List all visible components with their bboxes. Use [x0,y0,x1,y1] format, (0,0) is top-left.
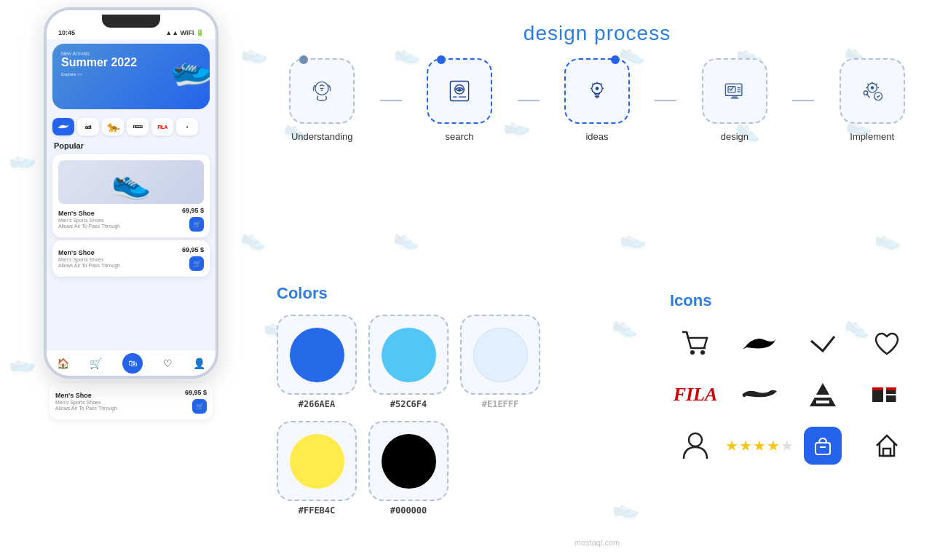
product-card-2-name-price: Men's Shoe Men's Sports Shoes Allows Air… [58,249,120,268]
svg-point-32 [700,350,705,355]
brand-nike[interactable] [52,118,74,135]
connector-4-5 [792,100,814,101]
step-understanding-label: Understanding [291,131,353,142]
color-swatch-lightblue: #52C6F4 [368,315,449,409]
nav-cart-icon[interactable]: 🛒 [90,358,102,369]
svg-point-31 [690,350,695,355]
nav-bag-icon[interactable]: 🛍 [122,353,143,374]
phone-status-bar: 10:45 ▲▲ WiFi 🔋 [47,28,216,38]
fila-logo-icon-cell: FILA [670,373,721,417]
nav-heart-icon[interactable]: ♡ [163,358,173,369]
phone-time: 10:45 [58,29,75,36]
brand-puma[interactable]: 🐆 [102,118,124,135]
connector-3-4 [655,100,676,101]
brand-fila[interactable]: FILA [151,118,173,135]
product-card-1-price-cart: 69,95 $ 🛒 [182,207,204,232]
brand-reebok[interactable]: REEB [127,118,149,135]
color-label-lightblue: #52C6F4 [390,399,427,409]
step-design: design [702,58,767,142]
svg-point-13 [596,87,599,90]
svg-line-25 [876,84,877,84]
product-card-1-desc2: Allows Air To Pass Through [58,224,120,229]
colors-grid: #266AEA #52C6F4 #E1EFFF [277,315,582,516]
shop-bag-icon [804,427,842,465]
adidas-logo-icon-cell [797,373,848,417]
step-search-dot [437,55,446,64]
svg-point-42 [689,433,702,446]
icons-grid-container: FILA [670,322,917,468]
color-circle-paleblue [473,328,528,382]
connector-2-3 [518,100,540,101]
icons-section-title: Icons [670,291,917,310]
step-understanding-box [289,58,355,124]
add-to-cart-3[interactable]: 🛒 [192,399,207,414]
step-ideas-dot [611,55,620,64]
svg-point-33 [742,393,746,397]
nav-home-icon[interactable]: 🏠 [57,358,69,369]
product-card-2-desc1: Men's Sports Shoes [58,257,120,262]
product-card-3-price: 69,95 $ [185,389,207,396]
svg-rect-43 [816,443,830,454]
step-design-label: design [721,131,749,142]
product-card-1-name: Men's Shoe [58,210,120,217]
brand-filter-row: adi 🐆 REEB FILA › [47,114,216,140]
cart-icon-cell [670,322,721,366]
product-card-3-desc1: Men's Sports Shoes [55,400,117,405]
product-card-1-desc1: Men's Sports Shoes [58,218,120,223]
phone-bottom-nav: 🏠 🛒 🛍 ♡ 👤 [47,350,216,376]
product-card-2-name: Men's Shoe [58,249,120,256]
colors-section: Colors #266AEA #52C6F4 #E [277,284,582,516]
svg-rect-45 [883,449,890,456]
color-swatch-paleblue: #E1EFFF [460,315,540,409]
process-steps-container: Understanding search [277,58,917,142]
brand-adidas[interactable]: adi [77,118,99,135]
nav-profile-icon[interactable]: 👤 [193,358,205,369]
phone-signals: ▲▲ WiFi 🔋 [165,29,204,36]
color-swatch-blue-box [277,315,357,395]
step-ideas: ideas [564,58,630,142]
product-card-2-price: 69,95 $ [182,246,204,253]
color-swatch-black-box [368,421,449,501]
phone-frame: 10:45 ▲▲ WiFi 🔋 New Arrivals Summer 2022… [44,7,218,379]
svg-line-9 [592,84,593,84]
nike-logo-icon-cell [734,322,785,366]
color-circle-lightblue [382,328,436,382]
step-implement-box [840,58,905,124]
brand-more[interactable]: › [176,118,198,135]
add-to-cart-2[interactable]: 🛒 [189,256,204,271]
add-to-cart-1[interactable]: 🛒 [189,217,204,232]
puma-logo-icon-cell [734,373,785,417]
svg-line-24 [867,84,868,84]
color-label-paleblue: #E1EFFF [482,399,519,409]
color-circle-yellow [290,434,344,489]
color-label-black: #000000 [390,505,427,516]
product-card-3: Men's Shoe Men's Sports Shoes Allows Air… [50,383,213,419]
product-card-2-desc2: Allows Air To Pass Through [58,263,120,268]
color-swatch-lightblue-box [368,315,449,395]
svg-point-28 [870,86,874,90]
product-card-3-info-row: Men's Shoe Men's Sports Shoes Allows Air… [55,389,207,414]
color-circle-black [382,434,436,489]
svg-point-30 [864,91,867,95]
product-card-1-price: 69,95 $ [182,207,204,214]
svg-line-10 [601,84,601,84]
reebok-logo-icon-cell [861,373,912,417]
phone-hero-banner: New Arrivals Summer 2022 Explore >> 👟 [52,44,210,109]
product-card-3-desc2: Allows Air To Pass Through [55,406,117,411]
step-implement: Implement [840,58,905,142]
design-process-title: design process [262,22,932,45]
right-content-section: design process Understanding [262,0,932,560]
step-understanding-dot [299,55,308,64]
step-ideas-box [564,58,630,124]
phone-mockup: 10:45 ▲▲ WiFi 🔋 New Arrivals Summer 2022… [44,7,218,386]
icons-section: Icons [670,291,917,468]
color-swatch-yellow-box [277,421,357,501]
step-search-label: search [446,131,474,142]
product-card-1-name-price: Men's Shoe Men's Sports Shoes Allows Air… [58,210,120,229]
product-card-1-info-row: Men's Shoe Men's Sports Shoes Allows Air… [58,207,204,232]
step-search-box [427,58,492,124]
home-icon-cell [861,424,912,468]
profile-icon-cell [670,424,721,468]
heart-icon-cell [861,322,912,366]
watermark-text: mostaql.com [574,538,620,547]
